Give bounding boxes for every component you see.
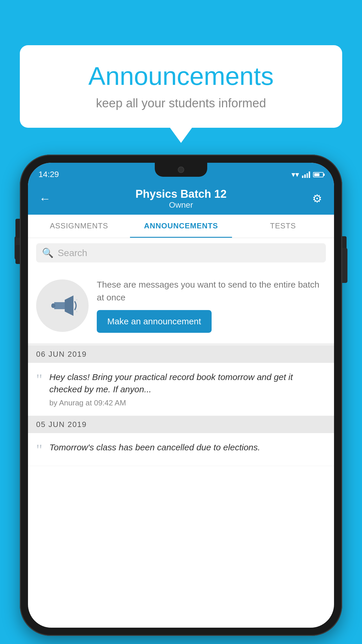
phone-outer: 14:29 ▾▾: [20, 155, 342, 636]
battery-fill: [314, 173, 319, 176]
signal-bar-4: [309, 172, 310, 178]
promo-text: These are messages you want to send to t…: [97, 278, 326, 304]
signal-bar-3: [307, 173, 308, 178]
status-time: 14:29: [38, 170, 59, 179]
signal-bar-1: [302, 176, 303, 178]
make-announcement-button[interactable]: Make an announcement: [97, 310, 212, 333]
search-placeholder: Search: [58, 248, 87, 258]
tab-tests[interactable]: TESTS: [232, 215, 334, 238]
front-camera: [178, 167, 184, 173]
notch: [155, 163, 207, 177]
svg-marker-0: [54, 302, 65, 309]
header-subtitle: Owner: [54, 200, 308, 210]
speech-bubble-container: Announcements keep all your students inf…: [20, 45, 342, 128]
announcement-message-2: Tomorrow's class has been cancelled due …: [49, 441, 326, 454]
promo-content: These are messages you want to send to t…: [97, 278, 326, 333]
settings-button[interactable]: ⚙: [308, 192, 326, 205]
tab-announcements[interactable]: ANNOUNCEMENTS: [130, 215, 232, 238]
announcement-item-2[interactable]: " Tomorrow's class has been cancelled du…: [28, 433, 334, 466]
wifi-icon: ▾▾: [291, 170, 299, 179]
svg-rect-2: [51, 303, 55, 308]
back-button[interactable]: ←: [36, 192, 54, 205]
header-title: Physics Batch 12: [54, 188, 308, 200]
volume-up-button[interactable]: [15, 219, 20, 238]
signal-bar-2: [304, 174, 306, 178]
search-input-wrapper[interactable]: 🔍 Search: [36, 243, 326, 262]
megaphone-icon: [48, 291, 77, 320]
date-divider-1: 06 JUN 2019: [28, 346, 334, 363]
status-icons: ▾▾: [291, 170, 324, 179]
phone-mockup: 14:29 ▾▾: [20, 155, 342, 636]
date-divider-2: 05 JUN 2019: [28, 416, 334, 433]
announcement-text-1: Hey class! Bring your practical record b…: [49, 371, 326, 407]
promo-icon-circle: [36, 279, 89, 332]
announcement-message-1: Hey class! Bring your practical record b…: [49, 371, 326, 396]
search-icon: 🔍: [42, 247, 54, 258]
header-center: Physics Batch 12 Owner: [54, 188, 308, 210]
power-button[interactable]: [342, 236, 347, 268]
battery-icon: [313, 172, 324, 177]
announcement-meta-1: by Anurag at 09:42 AM: [49, 398, 326, 407]
svg-marker-1: [65, 295, 73, 316]
tab-assignments[interactable]: ASSIGNMENTS: [28, 215, 130, 238]
phone-screen: 14:29 ▾▾: [28, 163, 334, 628]
quote-icon-2: ": [36, 442, 42, 458]
promo-section: These are messages you want to send to t…: [28, 268, 334, 346]
signal-icon: [302, 172, 310, 178]
quote-icon-1: ": [36, 372, 42, 387]
announcement-item-1[interactable]: " Hey class! Bring your practical record…: [28, 363, 334, 416]
announcement-text-2: Tomorrow's class has been cancelled due …: [49, 441, 326, 456]
volume-down-button[interactable]: [15, 245, 20, 264]
search-container: 🔍 Search: [28, 238, 334, 268]
speech-bubble-subtitle: keep all your students informed: [37, 96, 325, 110]
speech-bubble-title: Announcements: [37, 61, 325, 91]
speech-bubble: Announcements keep all your students inf…: [20, 45, 342, 128]
app-header: ← Physics Batch 12 Owner ⚙: [28, 183, 334, 215]
tab-bar: ASSIGNMENTS ANNOUNCEMENTS TESTS: [28, 215, 334, 238]
